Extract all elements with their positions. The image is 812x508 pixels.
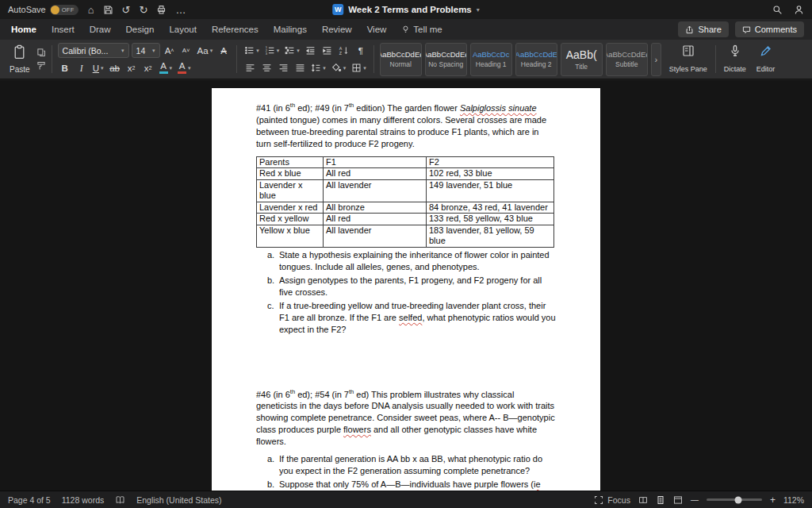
superscript-button[interactable]: x2 — [141, 60, 155, 75]
tab-mailings[interactable]: Mailings — [274, 23, 307, 36]
numbered-list-button[interactable]: 1 2 3 ▾ — [263, 43, 282, 58]
list-item-text: Suppose that only 75% of A—B—individuals… — [279, 479, 556, 491]
justify-button[interactable] — [293, 60, 307, 75]
subscript-button[interactable]: x2 — [124, 60, 139, 75]
style-heading-2[interactable]: AaBbCcDdE Heading 2 — [515, 43, 557, 76]
account-icon[interactable] — [794, 5, 804, 15]
styles-pane-icon — [682, 44, 695, 57]
home-icon[interactable]: ⌂ — [88, 5, 94, 15]
styles-more-button[interactable]: › — [651, 43, 661, 76]
tab-tell-me[interactable]: Tell me — [401, 23, 442, 36]
redo-icon[interactable]: ↻ — [139, 5, 147, 15]
style-title[interactable]: AaBb( Title — [561, 43, 603, 76]
line-spacing-button[interactable]: ▾ — [309, 60, 327, 75]
chevron-down-icon: ▾ — [277, 48, 280, 54]
paste-button[interactable]: Paste — [6, 43, 33, 75]
highlight-icon: A — [159, 62, 168, 75]
table-row: Lavender x blue All lavender 149 lavende… — [257, 179, 554, 202]
crosses-table: Parents F1 F2 Red x blue All red 102 red… — [256, 156, 554, 248]
read-mode-icon[interactable] — [638, 495, 648, 505]
font-size-value: 14 — [136, 46, 146, 56]
tab-design[interactable]: Design — [126, 23, 155, 36]
titlebar-right — [772, 5, 804, 15]
editor-button[interactable]: Editor — [754, 43, 778, 75]
chevron-down-icon: ▾ — [170, 65, 173, 71]
format-painter-icon[interactable] — [36, 61, 46, 71]
style-subtitle[interactable]: AaBbCcDdEe Subtitle — [606, 43, 648, 76]
underline-button[interactable]: U▾ — [91, 60, 105, 75]
copy-icon[interactable] — [36, 48, 46, 57]
zoom-slider[interactable] — [707, 498, 762, 501]
comments-button[interactable]: Comments — [735, 21, 804, 37]
more-commands-icon[interactable]: … — [175, 5, 186, 15]
quick-access-toolbar: ⌂ ↺ ↻ … — [88, 5, 186, 15]
proofing-icon[interactable] — [115, 495, 125, 505]
word-count[interactable]: 1128 words — [62, 495, 105, 505]
shading-button[interactable]: ▾ — [330, 60, 348, 75]
bullet-list-button[interactable]: ▾ — [243, 43, 261, 58]
change-case-button[interactable]: Aa▾ — [196, 43, 215, 58]
font-name-value: Calibri (Bo... — [63, 46, 109, 56]
chevron-down-icon: ▾ — [101, 65, 104, 71]
text-run: edition) The garden flower — [354, 103, 460, 113]
bold-button[interactable]: B — [58, 60, 72, 75]
tab-review[interactable]: Review — [322, 23, 352, 36]
font-name-combo[interactable]: Calibri (Bo... ▾ — [58, 43, 129, 58]
align-center-button[interactable] — [259, 60, 274, 75]
document-title-area[interactable]: W Week 2 Terms and Problems ▾ — [332, 0, 480, 19]
svg-text:A: A — [339, 46, 343, 51]
print-icon[interactable] — [156, 5, 167, 15]
tab-home[interactable]: Home — [11, 23, 36, 36]
italic-button[interactable]: I — [75, 60, 89, 75]
strikethrough-button[interactable]: ab — [108, 60, 122, 75]
zoom-out-button[interactable]: — — [691, 495, 699, 504]
page-indicator[interactable]: Page 4 of 5 — [8, 495, 51, 505]
styles-pane-button[interactable]: Styles Pane — [667, 43, 710, 75]
align-right-button[interactable] — [276, 60, 290, 75]
tab-view[interactable]: View — [367, 23, 387, 36]
chevron-down-icon: ▾ — [477, 6, 480, 13]
clear-formatting-button[interactable]: A — [216, 43, 231, 58]
zoom-in-button[interactable]: + — [770, 495, 776, 506]
font-color-button[interactable]: A ▾ — [176, 60, 193, 75]
web-layout-icon[interactable] — [673, 495, 683, 505]
tab-references[interactable]: References — [212, 23, 259, 36]
align-left-button[interactable] — [243, 60, 257, 75]
autosave-switch[interactable]: OFF — [50, 5, 79, 15]
autosave-toggle[interactable]: AutoSave OFF — [8, 5, 79, 15]
print-layout-icon[interactable] — [656, 495, 665, 505]
search-icon[interactable] — [772, 5, 783, 15]
table-row: Yellow x blue All lavender 183 lavender,… — [257, 225, 554, 247]
col-header: F1 — [324, 156, 427, 168]
multilevel-list-button[interactable]: ▾ — [283, 43, 301, 58]
increase-indent-button[interactable] — [320, 43, 335, 58]
share-button[interactable]: Share — [678, 21, 728, 37]
font-size-combo[interactable]: 14 ▾ — [132, 43, 160, 58]
document-page[interactable]: #41 (in 6th ed); #49 (in 7th edition) Th… — [212, 88, 600, 491]
show-formatting-button[interactable]: ¶ — [354, 43, 368, 58]
paragraph-problem-41: #41 (in 6th ed); #49 (in 7th edition) Th… — [256, 99, 556, 150]
sort-button[interactable]: A Z — [337, 43, 351, 58]
language-indicator[interactable]: English (United States) — [136, 495, 221, 505]
tab-layout[interactable]: Layout — [169, 23, 197, 36]
styles-gallery: AaBbCcDdEe Normal AaBbCcDdEe No Spacing … — [380, 43, 661, 75]
grow-font-button[interactable]: A˄ — [163, 43, 177, 58]
shrink-font-button[interactable]: A˅ — [179, 43, 193, 58]
tab-insert[interactable]: Insert — [52, 23, 75, 36]
style-heading-1[interactable]: AaBbCcDc Heading 1 — [470, 43, 512, 76]
bullet-list-icon — [244, 45, 255, 56]
borders-button[interactable]: ▾ — [350, 60, 368, 75]
zoom-slider-knob[interactable] — [734, 496, 741, 503]
focus-button[interactable]: Focus — [594, 495, 630, 505]
multilevel-list-icon — [285, 45, 295, 56]
save-icon[interactable] — [103, 5, 113, 15]
zoom-level[interactable]: 112% — [783, 495, 804, 505]
text-highlight-button[interactable]: A ▾ — [158, 60, 174, 75]
tab-draw[interactable]: Draw — [90, 23, 111, 36]
undo-icon[interactable]: ↺ — [122, 5, 131, 15]
style-normal[interactable]: AaBbCcDdEe Normal — [380, 43, 422, 76]
decrease-indent-button[interactable] — [304, 43, 318, 58]
style-no-spacing[interactable]: AaBbCcDdEe No Spacing — [425, 43, 467, 76]
dictate-button[interactable]: Dictate — [722, 43, 749, 75]
text-run: (painted tongue) comes in many different… — [256, 115, 546, 148]
